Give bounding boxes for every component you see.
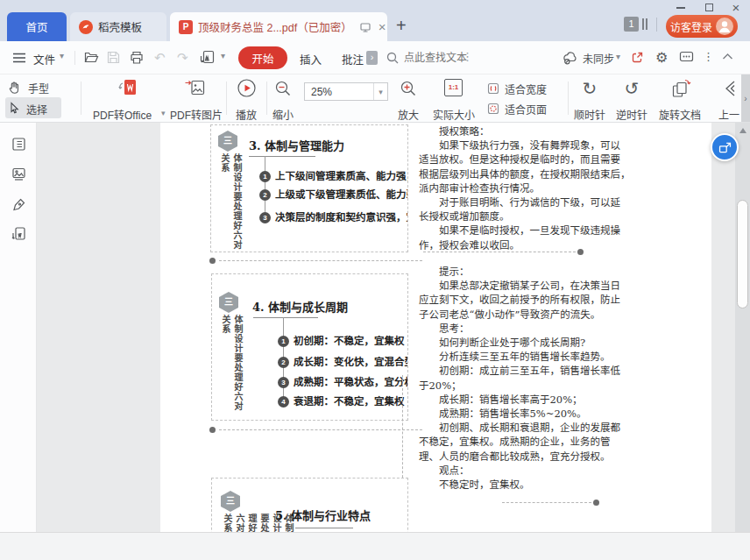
- tab-docer[interactable]: 稻壳模板: [70, 12, 166, 41]
- more-menu-icon[interactable]: ⋮: [703, 50, 714, 63]
- hamburger-icon[interactable]: [12, 52, 26, 64]
- item-number: 2: [278, 357, 289, 368]
- close-button[interactable]: ×: [728, 2, 744, 13]
- new-tab-button[interactable]: +: [396, 16, 407, 36]
- redo-icon[interactable]: ↷: [177, 50, 188, 66]
- rotate-ccw-button[interactable]: ↺ 逆时针: [613, 78, 650, 120]
- signature-pen-icon[interactable]: [11, 197, 26, 212]
- export-word-icon[interactable]: [200, 50, 215, 65]
- minimize-button[interactable]: [673, 2, 689, 13]
- badge-handle-bar: [642, 18, 644, 30]
- zoom-in-label: 放大: [398, 107, 419, 122]
- pdf-text-line: 长授权或增加额度。: [419, 209, 607, 223]
- tab-document-label: 顶级财务总监 2...pdf（已加密）: [198, 18, 352, 35]
- zoom-level-select[interactable]: 25% ▾: [304, 82, 388, 101]
- pdf-text-line: 初创期、成长期和衰退期，企业的发展都: [419, 421, 607, 435]
- diagram-box-section-5: 三 体制设计要处理好六对关系 5. 体制与行业特点: [211, 478, 408, 532]
- search-icon[interactable]: [386, 52, 399, 64]
- tab-home-label: 首页: [25, 18, 47, 35]
- file-menu-caret-icon[interactable]: ▾: [60, 51, 64, 60]
- outline-panel-icon[interactable]: [11, 137, 26, 152]
- pdf-to-image-icon: [184, 78, 205, 99]
- zoom-out-icon: [274, 80, 292, 97]
- sync-status-label[interactable]: 未同步: [583, 51, 614, 66]
- rotate-cw-button[interactable]: ↻ 顺时针: [571, 78, 608, 120]
- hand-tool-button[interactable]: 手型: [7, 78, 61, 97]
- ribbon-tab-start[interactable]: 开始: [238, 46, 287, 69]
- float-window-icon[interactable]: [359, 21, 371, 33]
- ribbon-divider: [266, 82, 267, 115]
- undo-icon[interactable]: ↶: [154, 50, 166, 66]
- prev-view-button[interactable]: 上一: [717, 78, 743, 120]
- cloud-sync-icon[interactable]: [562, 51, 579, 65]
- fit-width-button[interactable]: 适合宽度: [487, 80, 561, 97]
- pdf-text-line: 成熟期：销售增长率5%~20%。: [419, 407, 607, 421]
- rotate-cw-label: 顺时针: [574, 107, 605, 122]
- item-number: 3: [278, 377, 289, 388]
- actual-size-button[interactable]: 1:1 实际大小: [431, 78, 477, 120]
- window-count-badge[interactable]: 1: [624, 17, 639, 32]
- tab-overflow-expander[interactable]: ›: [366, 51, 378, 65]
- zoom-in-button[interactable]: 放大: [396, 78, 422, 120]
- prev-view-label: 上一: [718, 107, 739, 122]
- diagram-box-section-4: 三 体制设计要处理好六对关系 4. 体制与成长周期 1 初创期：不稳定，宜集权 …: [211, 273, 408, 421]
- zoom-select-caret-icon[interactable]: ▾: [373, 83, 387, 100]
- connector-dot: [593, 500, 599, 506]
- share-icon[interactable]: [631, 51, 644, 64]
- settings-gear-icon[interactable]: ⚙: [655, 49, 668, 66]
- rotate-ccw-icon: ↺: [613, 78, 650, 99]
- ribbon-tab-insert[interactable]: 插入: [300, 51, 322, 67]
- pdf-text-line: 应立刻下文，收回之前授予的所有权限，防止: [419, 293, 607, 307]
- thumbnails-panel-icon[interactable]: [11, 167, 26, 181]
- ribbon-toolbar: 手型 选择 PDF转Office ▾ PDF转图片 播放: [0, 74, 750, 123]
- select-tool-button[interactable]: 选择: [5, 97, 61, 118]
- tab-document[interactable]: P 顶级财务总监 2...pdf（已加密） ×: [170, 12, 387, 41]
- play-button[interactable]: 播放: [231, 78, 263, 120]
- print-icon[interactable]: [130, 51, 144, 64]
- pdf-to-word-float-icon: [718, 140, 732, 155]
- feedback-icon[interactable]: [679, 51, 694, 64]
- pdf-file-icon: P: [179, 20, 193, 34]
- search-more-icon[interactable]: ⋮: [462, 50, 473, 63]
- item-number: 4: [278, 396, 289, 408]
- pdf-text-line: 思考：: [419, 322, 607, 336]
- fit-page-button[interactable]: 适合页面: [487, 100, 561, 117]
- title-underline: [295, 528, 353, 528]
- box-item-text: 初创期：不稳定，宜集权: [294, 335, 405, 347]
- zoom-out-button[interactable]: 缩小: [272, 78, 298, 120]
- box-side-label: 体制设计要处理好六对关系: [219, 315, 244, 420]
- ribbon-overflow-expander[interactable]: ›: [741, 74, 750, 122]
- connector-dash: [502, 502, 591, 503]
- pdf-to-image-button[interactable]: PDF转图片: [165, 78, 224, 120]
- ribbon-tab-start-label: 开始: [251, 50, 273, 67]
- pdf-text-line: 观点：: [419, 464, 607, 478]
- vertical-scrollbar[interactable]: [735, 123, 750, 532]
- scrollbar-thumb[interactable]: [737, 200, 748, 308]
- pdf-text-line: 根据层级列出具体的额度，在授权期限结束后，: [419, 167, 607, 181]
- collapse-toolbar-icon[interactable]: [722, 53, 733, 60]
- file-menu[interactable]: 文件: [33, 51, 55, 67]
- tab-home[interactable]: 首页: [7, 12, 67, 41]
- save-icon[interactable]: [107, 51, 120, 64]
- pdf-to-word-float-button[interactable]: [711, 133, 739, 161]
- tab-close-icon[interactable]: ×: [379, 19, 386, 34]
- item-number: 1: [259, 171, 271, 182]
- zoom-out-label: 缩小: [272, 107, 294, 122]
- rotate-doc-button[interactable]: 旋转文档: [655, 78, 704, 120]
- visitor-login-button[interactable]: 访客登录: [666, 15, 738, 38]
- actual-size-icon: 1:1: [444, 79, 463, 96]
- box-item-text: 决策层的制度和契约意识强，宜分权: [275, 211, 408, 223]
- export-panel-icon[interactable]: [11, 226, 26, 241]
- tab-docer-label: 稻壳模板: [98, 18, 142, 35]
- open-file-icon[interactable]: [84, 51, 99, 64]
- export-caret-icon[interactable]: ▾: [221, 51, 225, 60]
- maximize-button[interactable]: [701, 2, 717, 13]
- fit-page-icon: [487, 103, 499, 115]
- scrollbar-up-icon[interactable]: [739, 128, 746, 133]
- pdf-text-line: 如何判断企业处于哪个成长周期?: [419, 336, 607, 350]
- pdf-page[interactable]: 三 体制设计要处理好六对关系 3. 体制与管理能力 1 上下级间管理素质高、能力…: [160, 123, 711, 532]
- sync-caret-icon[interactable]: ▾: [616, 52, 620, 61]
- ribbon-tab-comment[interactable]: 批注: [342, 51, 364, 67]
- pdf-to-office-button[interactable]: PDF转Office ▾: [88, 78, 168, 120]
- box-item-text: 成长期：变化快，宜混合型: [294, 356, 408, 368]
